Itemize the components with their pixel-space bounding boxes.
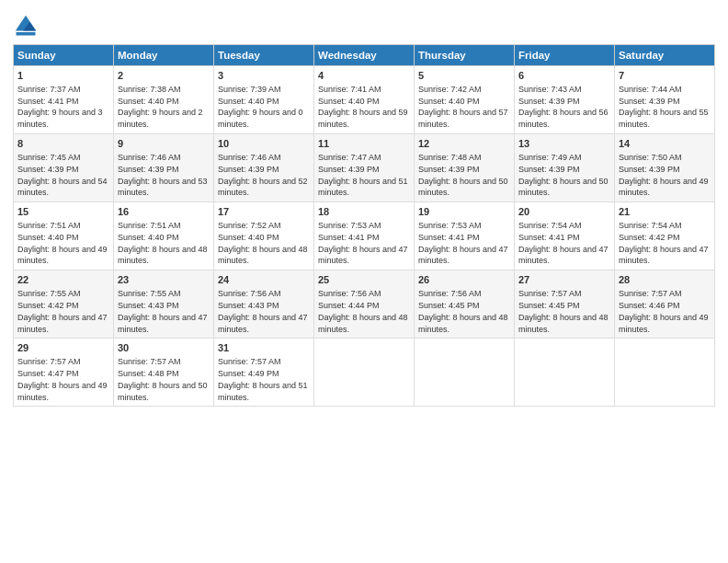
day-number: 18 xyxy=(318,205,410,219)
day-number: 8 xyxy=(17,137,109,151)
day-number: 10 xyxy=(218,137,310,151)
calendar-cell: 21Sunrise: 7:54 AMSunset: 4:42 PMDayligh… xyxy=(615,202,715,270)
calendar-cell: 3Sunrise: 7:39 AMSunset: 4:40 PMDaylight… xyxy=(214,66,314,134)
day-number: 4 xyxy=(318,69,410,83)
day-number: 19 xyxy=(418,205,510,219)
calendar-table: SundayMondayTuesdayWednesdayThursdayFrid… xyxy=(13,44,715,407)
calendar-cell: 5Sunrise: 7:42 AMSunset: 4:40 PMDaylight… xyxy=(415,66,515,134)
week-row-4: 22Sunrise: 7:55 AMSunset: 4:42 PMDayligh… xyxy=(14,270,715,339)
calendar-cell: 25Sunrise: 7:56 AMSunset: 4:44 PMDayligh… xyxy=(314,270,415,339)
col-header-saturday: Saturday xyxy=(615,45,715,66)
day-number: 1 xyxy=(17,69,109,83)
col-header-thursday: Thursday xyxy=(415,45,515,66)
day-number: 21 xyxy=(619,205,711,219)
calendar-cell: 15Sunrise: 7:51 AMSunset: 4:40 PMDayligh… xyxy=(14,202,114,270)
day-number: 17 xyxy=(218,205,310,219)
day-number: 24 xyxy=(218,273,310,287)
day-number: 14 xyxy=(619,137,711,151)
col-header-wednesday: Wednesday xyxy=(314,45,415,66)
day-number: 7 xyxy=(619,69,711,83)
day-number: 12 xyxy=(418,137,510,151)
calendar-cell: 17Sunrise: 7:52 AMSunset: 4:40 PMDayligh… xyxy=(214,202,314,270)
calendar-cell xyxy=(515,339,615,407)
week-row-5: 29Sunrise: 7:57 AMSunset: 4:47 PMDayligh… xyxy=(14,339,715,407)
calendar-cell: 7Sunrise: 7:44 AMSunset: 4:39 PMDaylight… xyxy=(615,66,715,134)
day-number: 30 xyxy=(118,341,210,355)
col-header-sunday: Sunday xyxy=(14,45,114,66)
calendar-cell: 19Sunrise: 7:53 AMSunset: 4:41 PMDayligh… xyxy=(415,202,515,270)
week-row-2: 8Sunrise: 7:45 AMSunset: 4:39 PMDaylight… xyxy=(14,134,715,202)
calendar-cell: 31Sunrise: 7:57 AMSunset: 4:49 PMDayligh… xyxy=(214,339,314,407)
day-number: 11 xyxy=(318,137,410,151)
day-number: 5 xyxy=(418,69,510,83)
calendar-cell: 28Sunrise: 7:57 AMSunset: 4:46 PMDayligh… xyxy=(615,270,715,339)
calendar-cell: 13Sunrise: 7:49 AMSunset: 4:39 PMDayligh… xyxy=(515,134,615,202)
calendar-cell: 23Sunrise: 7:55 AMSunset: 4:43 PMDayligh… xyxy=(114,270,214,339)
calendar-cell: 30Sunrise: 7:57 AMSunset: 4:48 PMDayligh… xyxy=(114,339,214,407)
calendar-cell: 29Sunrise: 7:57 AMSunset: 4:47 PMDayligh… xyxy=(14,339,114,407)
day-number: 29 xyxy=(17,341,109,355)
page: SundayMondayTuesdayWednesdayThursdayFrid… xyxy=(0,0,728,563)
col-header-monday: Monday xyxy=(114,45,214,66)
calendar-cell: 16Sunrise: 7:51 AMSunset: 4:40 PMDayligh… xyxy=(114,202,214,270)
col-header-friday: Friday xyxy=(515,45,615,66)
header-row: SundayMondayTuesdayWednesdayThursdayFrid… xyxy=(14,45,715,66)
day-number: 13 xyxy=(518,137,610,151)
day-number: 16 xyxy=(118,205,210,219)
header xyxy=(13,9,715,39)
calendar-cell: 20Sunrise: 7:54 AMSunset: 4:41 PMDayligh… xyxy=(515,202,615,270)
week-row-3: 15Sunrise: 7:51 AMSunset: 4:40 PMDayligh… xyxy=(14,202,715,270)
calendar-cell: 22Sunrise: 7:55 AMSunset: 4:42 PMDayligh… xyxy=(14,270,114,339)
logo-icon xyxy=(13,13,39,39)
calendar-cell xyxy=(415,339,515,407)
calendar-cell: 9Sunrise: 7:46 AMSunset: 4:39 PMDaylight… xyxy=(114,134,214,202)
day-number: 3 xyxy=(218,69,310,83)
day-number: 9 xyxy=(118,137,210,151)
day-number: 6 xyxy=(518,69,610,83)
week-row-1: 1Sunrise: 7:37 AMSunset: 4:41 PMDaylight… xyxy=(14,66,715,134)
calendar-cell: 1Sunrise: 7:37 AMSunset: 4:41 PMDaylight… xyxy=(14,66,114,134)
calendar-cell: 11Sunrise: 7:47 AMSunset: 4:39 PMDayligh… xyxy=(314,134,415,202)
day-number: 20 xyxy=(518,205,610,219)
logo xyxy=(13,13,42,39)
calendar-cell: 6Sunrise: 7:43 AMSunset: 4:39 PMDaylight… xyxy=(515,66,615,134)
day-number: 31 xyxy=(218,341,310,355)
col-header-tuesday: Tuesday xyxy=(214,45,314,66)
day-number: 2 xyxy=(118,69,210,83)
day-number: 22 xyxy=(17,273,109,287)
day-number: 26 xyxy=(418,273,510,287)
calendar-cell xyxy=(615,339,715,407)
calendar-cell: 10Sunrise: 7:46 AMSunset: 4:39 PMDayligh… xyxy=(214,134,314,202)
day-number: 15 xyxy=(17,205,109,219)
calendar-cell: 27Sunrise: 7:57 AMSunset: 4:45 PMDayligh… xyxy=(515,270,615,339)
day-number: 27 xyxy=(518,273,610,287)
day-number: 25 xyxy=(318,273,410,287)
calendar-cell: 26Sunrise: 7:56 AMSunset: 4:45 PMDayligh… xyxy=(415,270,515,339)
day-number: 23 xyxy=(118,273,210,287)
calendar-cell: 12Sunrise: 7:48 AMSunset: 4:39 PMDayligh… xyxy=(415,134,515,202)
calendar-cell: 14Sunrise: 7:50 AMSunset: 4:39 PMDayligh… xyxy=(615,134,715,202)
calendar-cell: 4Sunrise: 7:41 AMSunset: 4:40 PMDaylight… xyxy=(314,66,415,134)
calendar-cell: 24Sunrise: 7:56 AMSunset: 4:43 PMDayligh… xyxy=(214,270,314,339)
day-number: 28 xyxy=(619,273,711,287)
calendar-cell: 2Sunrise: 7:38 AMSunset: 4:40 PMDaylight… xyxy=(114,66,214,134)
calendar-cell xyxy=(314,339,415,407)
calendar-cell: 8Sunrise: 7:45 AMSunset: 4:39 PMDaylight… xyxy=(14,134,114,202)
svg-rect-3 xyxy=(17,32,36,36)
calendar-cell: 18Sunrise: 7:53 AMSunset: 4:41 PMDayligh… xyxy=(314,202,415,270)
